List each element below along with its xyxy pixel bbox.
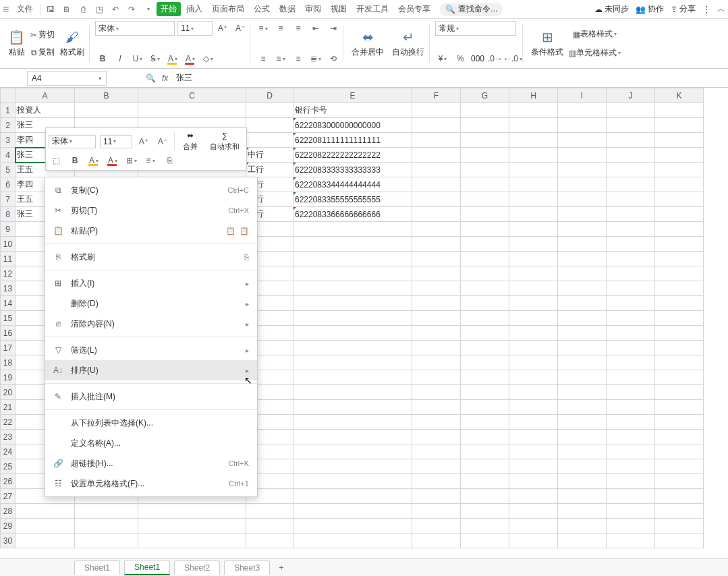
cell[interactable] [246,103,293,118]
cell[interactable] [655,222,704,237]
cell[interactable] [655,444,704,459]
cell[interactable] [655,311,704,326]
cell[interactable] [607,148,655,163]
cell[interactable] [558,222,607,237]
ctx-item[interactable]: 定义名称(A)... [45,433,257,453]
cell[interactable] [509,415,558,430]
increase-decimal-icon[interactable]: .0→ [488,51,503,66]
cell[interactable] [293,474,412,489]
col-header-A[interactable]: A [16,88,75,103]
row-header[interactable]: 19 [1,370,16,385]
cell[interactable] [607,489,655,504]
tab-vip[interactable]: 会员专享 [394,1,435,18]
cell[interactable] [655,355,704,370]
cell[interactable] [509,444,558,459]
cell[interactable] [655,341,704,355]
number-format-select[interactable]: 常规 [435,21,516,36]
cell[interactable] [461,103,509,118]
cell[interactable]: 6222083344444444444 [293,177,412,192]
cell[interactable]: 6222083355555555555 [293,192,412,207]
cell[interactable] [509,177,558,192]
cell[interactable] [655,118,704,133]
cell[interactable] [607,504,655,519]
cell[interactable] [461,444,509,459]
mini-decrease-font-icon[interactable]: A⁻ [155,135,170,148]
cell[interactable]: 银行卡号 [293,103,412,118]
cell[interactable] [655,177,704,192]
ctx-item[interactable]: ✂剪切(T)Ctrl+X [45,200,257,221]
tab-view[interactable]: 视图 [327,1,351,18]
table-style-button[interactable]: ▦ 表格样式 [569,27,621,42]
col-header-I[interactable]: I [558,88,607,103]
add-sheet-button[interactable]: ＋ [274,560,289,575]
cell[interactable] [293,252,412,266]
cell[interactable] [461,459,509,474]
cell[interactable] [509,222,558,237]
cell[interactable] [412,370,461,385]
cell[interactable] [655,489,704,504]
cell[interactable] [509,504,558,519]
cell[interactable] [607,163,655,177]
cell[interactable] [558,192,607,207]
cell[interactable] [509,148,558,163]
mini-fill-color-button[interactable]: A [86,154,101,167]
currency-icon[interactable]: ¥ [435,51,450,66]
cell[interactable] [461,237,509,252]
align-bottom-icon[interactable]: ≡ [291,21,306,36]
cell[interactable] [655,504,704,519]
cell[interactable] [509,266,558,281]
paste-button[interactable]: 📋 粘贴 [5,28,28,59]
cell[interactable] [655,133,704,148]
tab-review[interactable]: 审阅 [301,1,325,18]
cell[interactable] [558,326,607,341]
cell[interactable] [607,192,655,207]
cell[interactable] [607,177,655,192]
cell[interactable] [558,474,607,489]
zoom-lens-icon[interactable]: 🔍 [143,71,158,86]
cell[interactable] [509,207,558,222]
mini-bold-button[interactable]: B [67,154,82,167]
cell[interactable] [509,519,558,534]
cell[interactable]: 6222081111111111111 [293,133,412,148]
cell[interactable] [558,519,607,534]
share-button[interactable]: ⇪ 分享 [671,3,696,15]
cell[interactable] [655,103,704,118]
cell[interactable] [558,341,607,355]
cell[interactable]: 6222083000000000000 [293,118,412,133]
cell[interactable] [16,534,75,548]
ctx-item[interactable]: ☷设置单元格格式(F)...Ctrl+1 [45,473,257,494]
row-header[interactable]: 23 [1,430,16,444]
row-header[interactable]: 14 [1,296,16,311]
cell[interactable] [412,222,461,237]
cell[interactable] [293,355,412,370]
row-header[interactable]: 7 [1,192,16,207]
cell[interactable] [558,444,607,459]
italic-button[interactable]: I [113,51,128,66]
cell[interactable] [412,489,461,504]
row-header[interactable]: 28 [1,504,16,519]
tab-start[interactable]: 开始 [157,2,181,16]
menu-file[interactable]: 文件 [13,1,37,18]
cell[interactable] [75,504,138,519]
cell[interactable] [509,534,558,548]
cell[interactable] [293,444,412,459]
cell[interactable] [655,192,704,207]
row-header[interactable]: 2 [1,118,16,133]
row-header[interactable]: 21 [1,400,16,415]
cell[interactable] [558,148,607,163]
cell[interactable] [607,133,655,148]
cell[interactable] [607,207,655,222]
cell[interactable] [558,103,607,118]
cell[interactable] [607,474,655,489]
cell[interactable] [655,474,704,489]
cell[interactable] [509,341,558,355]
row-header[interactable]: 10 [1,237,16,252]
cell[interactable] [461,534,509,548]
hamburger-icon[interactable]: ≡ [3,3,9,16]
cell[interactable] [293,385,412,400]
row-header[interactable]: 11 [1,252,16,266]
cell[interactable] [461,430,509,444]
cell[interactable] [509,474,558,489]
cell[interactable]: 6222083366666666666 [293,207,412,222]
sheet-tab[interactable]: Sheet1 [74,560,120,575]
